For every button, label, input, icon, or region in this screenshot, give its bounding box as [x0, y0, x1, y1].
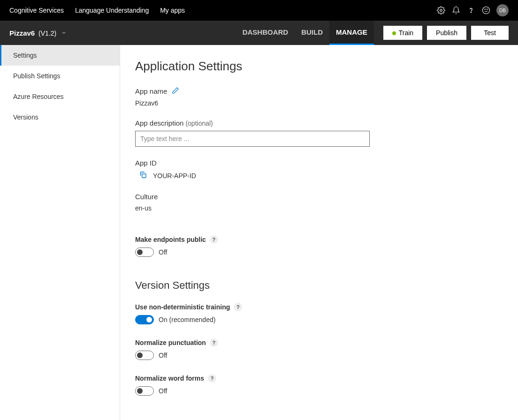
- norm-punct-label: Normalize punctuation: [135, 339, 206, 346]
- make-public-label-row: Make endpoints public ?: [135, 235, 503, 244]
- app-description-input[interactable]: [135, 131, 370, 147]
- norm-word-toggle-row: Off: [135, 386, 503, 396]
- help-icon[interactable]: [464, 3, 479, 18]
- tab-manage[interactable]: MANAGE: [329, 21, 374, 45]
- gear-icon[interactable]: [434, 3, 449, 18]
- svg-point-3: [485, 9, 485, 9]
- svg-point-4: [487, 9, 488, 9]
- avatar[interactable]: DB: [496, 4, 509, 16]
- tab-build[interactable]: BUILD: [295, 21, 329, 45]
- make-public-toggle-row: Off: [135, 248, 503, 257]
- nondet-toggle[interactable]: [135, 315, 154, 324]
- make-public-toggle[interactable]: [135, 248, 154, 257]
- app-id-label: App ID: [135, 159, 503, 167]
- sidebar-item-versions[interactable]: Versions: [0, 107, 120, 128]
- app-name-label-row: App name: [135, 87, 503, 96]
- make-public-label: Make endpoints public: [135, 236, 206, 243]
- edit-icon[interactable]: [172, 87, 179, 96]
- tab-dashboard[interactable]: DASHBOARD: [236, 21, 295, 45]
- train-button[interactable]: Train: [383, 26, 422, 40]
- svg-point-0: [440, 9, 442, 12]
- app-name-value: Pizzav6: [135, 99, 503, 107]
- app-desc-optional: (optional): [185, 120, 213, 127]
- topbar: Cognitive Services Language Understandin…: [0, 0, 518, 21]
- norm-word-label-row: Normalize word forms ?: [135, 374, 503, 382]
- sidebar: Settings Publish Settings Azure Resource…: [0, 45, 120, 420]
- main-content: Application Settings App name Pizzav6 Ap…: [120, 45, 518, 420]
- train-label: Train: [399, 29, 413, 37]
- smile-icon[interactable]: [479, 3, 494, 18]
- sidebar-item-publish-settings[interactable]: Publish Settings: [0, 66, 120, 86]
- nondet-label: Use non-deterministic training: [135, 303, 230, 311]
- nondet-state: On (recommended): [159, 316, 215, 323]
- app-name-label: App name: [135, 87, 167, 95]
- publish-button[interactable]: Publish: [427, 26, 466, 40]
- app-name: Pizzav6: [9, 29, 35, 37]
- make-public-state: Off: [159, 248, 167, 256]
- norm-word-state: Off: [159, 387, 167, 395]
- norm-punct-state: Off: [159, 352, 167, 359]
- action-buttons: Train Publish Test: [383, 26, 509, 40]
- crumb-my-apps[interactable]: My apps: [160, 7, 185, 14]
- nondet-label-row: Use non-deterministic training ?: [135, 303, 503, 311]
- crumb-language-understanding[interactable]: Language Understanding: [75, 7, 149, 14]
- app-id-row: YOUR-APP-ID: [135, 171, 503, 180]
- help-icon-norm-word[interactable]: ?: [208, 374, 216, 382]
- norm-word-label: Normalize word forms: [135, 375, 204, 382]
- bell-icon[interactable]: [449, 3, 464, 18]
- norm-word-toggle[interactable]: [135, 386, 154, 396]
- nondet-toggle-row: On (recommended): [135, 315, 503, 324]
- app-selector[interactable]: Pizzav6 (V1.2): [9, 29, 67, 37]
- tabs: DASHBOARD BUILD MANAGE: [236, 21, 374, 45]
- app-desc-label: App description: [135, 119, 183, 127]
- norm-punct-toggle[interactable]: [135, 351, 154, 360]
- sidebar-item-settings[interactable]: Settings: [0, 45, 120, 66]
- norm-punct-label-row: Normalize punctuation ?: [135, 338, 503, 347]
- help-icon-make-public[interactable]: ?: [210, 235, 218, 244]
- crumb-cognitive-services[interactable]: Cognitive Services: [9, 7, 64, 14]
- copy-icon[interactable]: [139, 171, 147, 180]
- svg-point-2: [483, 7, 490, 14]
- test-button[interactable]: Test: [471, 26, 509, 40]
- svg-point-1: [471, 12, 471, 13]
- help-icon-nondet[interactable]: ?: [234, 303, 242, 311]
- heading-application-settings: Application Settings: [135, 59, 503, 74]
- app-desc-label-row: App description (optional): [135, 119, 503, 127]
- help-icon-norm-punct[interactable]: ?: [210, 338, 218, 347]
- app-version: (V1.2): [38, 30, 56, 37]
- culture-label: Culture: [135, 193, 503, 201]
- svg-rect-5: [142, 174, 146, 178]
- app-id-value: YOUR-APP-ID: [153, 172, 196, 180]
- heading-version-settings: Version Settings: [135, 279, 503, 292]
- culture-value: en-us: [135, 204, 503, 212]
- chevron-down-icon: [61, 30, 67, 37]
- appbar: Pizzav6 (V1.2) DASHBOARD BUILD MANAGE Tr…: [0, 21, 518, 45]
- train-status-dot: [392, 31, 396, 35]
- sidebar-item-azure-resources[interactable]: Azure Resources: [0, 86, 120, 107]
- norm-punct-toggle-row: Off: [135, 351, 503, 360]
